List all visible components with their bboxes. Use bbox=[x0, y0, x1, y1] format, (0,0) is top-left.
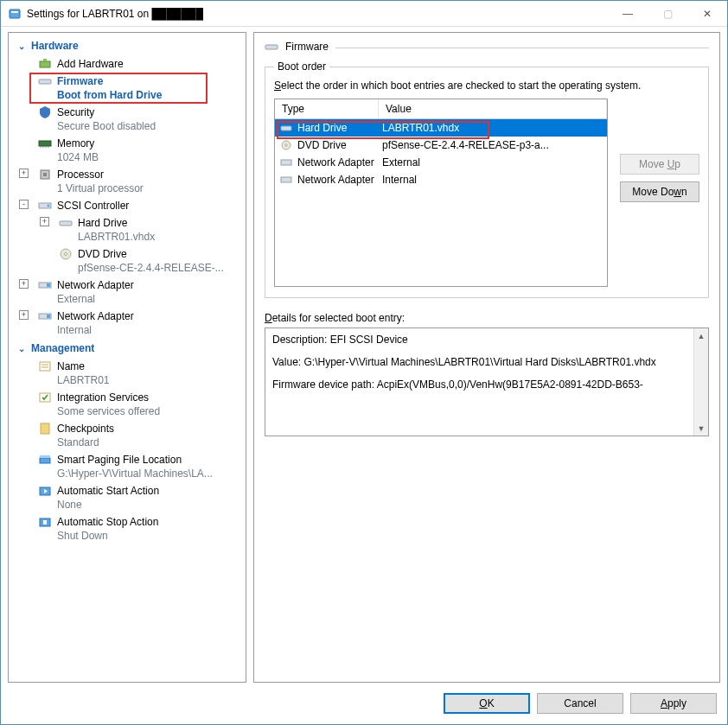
tree-item-smart-paging[interactable]: Smart Paging File Location G:\Hyper-V\Vi… bbox=[9, 451, 246, 482]
scroll-down-icon[interactable]: ▼ bbox=[694, 421, 708, 436]
boot-row-hard-drive[interactable]: Hard Drive LABRTR01.vhdx bbox=[275, 119, 607, 137]
tree-item-scsi-controller[interactable]: - SCSI Controller bbox=[9, 197, 246, 214]
details-label: Details for selected boot entry: bbox=[265, 312, 709, 324]
tree-item-sub: pfSense-CE-2.4.4-RELEASE-... bbox=[59, 261, 246, 275]
expand-icon[interactable]: + bbox=[40, 217, 49, 226]
boot-row-dvd-drive[interactable]: DVD Drive pfSense-CE-2.4.4-RELEASE-p3-a.… bbox=[275, 137, 607, 154]
settings-window: Settings for LABRTR01 on ███████ — ▢ ✕ ⌄… bbox=[0, 0, 728, 725]
tree-item-memory[interactable]: Memory 1024 MB bbox=[9, 135, 246, 166]
move-up-button: Move Up bbox=[620, 154, 699, 175]
section-management[interactable]: ⌄ Management bbox=[9, 339, 246, 358]
tree-item-network-adapter-internal[interactable]: + Network Adapter Internal bbox=[9, 308, 246, 339]
col-type[interactable]: Type bbox=[275, 99, 379, 118]
boot-row-network-external[interactable]: Network Adapter External bbox=[275, 154, 607, 171]
boot-order-group: Boot order Select the order in which boo… bbox=[265, 60, 709, 298]
svg-point-35 bbox=[285, 144, 287, 146]
svg-rect-3 bbox=[43, 59, 47, 61]
memory-icon bbox=[38, 137, 52, 150]
svg-rect-20 bbox=[47, 315, 50, 318]
tree-item-checkpoints[interactable]: Checkpoints Standard bbox=[9, 420, 246, 451]
window-title: Settings for LABRTR01 on ███████ bbox=[27, 8, 608, 20]
tree-item-firmware[interactable]: Firmware Boot from Hard Drive bbox=[9, 73, 246, 104]
network-adapter-icon bbox=[38, 309, 52, 323]
app-icon bbox=[8, 7, 22, 21]
chevron-down-icon: ⌄ bbox=[17, 344, 26, 353]
section-label: Management bbox=[31, 342, 94, 354]
navigation-tree[interactable]: ⌄ Hardware Add Hardware Firmware Boot fr… bbox=[8, 32, 246, 683]
svg-rect-2 bbox=[40, 61, 50, 67]
svg-rect-18 bbox=[47, 283, 50, 287]
svg-rect-26 bbox=[40, 458, 50, 463]
svg-rect-14 bbox=[60, 221, 72, 226]
svg-rect-27 bbox=[40, 455, 50, 458]
expand-icon[interactable]: + bbox=[19, 279, 29, 289]
content-split: ⌄ Hardware Add Hardware Firmware Boot fr… bbox=[1, 27, 727, 683]
boot-order-table[interactable]: Type Value Hard Drive LABRTR01.vhdx DVD … bbox=[274, 99, 608, 287]
boot-order-legend: Boot order bbox=[274, 60, 329, 73]
tree-item-processor[interactable]: + Processor 1 Virtual processor bbox=[9, 166, 246, 197]
tree-item-sub: 1 Virtual processor bbox=[38, 181, 246, 195]
boot-row-network-internal[interactable]: Network Adapter Internal bbox=[275, 171, 607, 188]
svg-point-13 bbox=[48, 205, 50, 207]
section-label: Hardware bbox=[31, 40, 79, 52]
tree-item-dvd-drive[interactable]: DVD Drive pfSense-CE-2.4.4-RELEASE-... bbox=[9, 245, 246, 277]
apply-button[interactable]: Apply bbox=[630, 693, 717, 714]
tree-item-auto-start[interactable]: Automatic Start Action None bbox=[9, 482, 246, 513]
controller-icon bbox=[38, 199, 52, 213]
details-panel: Firmware Boot order Select the order in … bbox=[253, 32, 720, 683]
collapse-icon[interactable]: - bbox=[19, 200, 29, 209]
tree-item-sub: LABRTR01.vhdx bbox=[59, 230, 246, 244]
tree-item-auto-stop[interactable]: Automatic Stop Action Shut Down bbox=[9, 513, 246, 544]
svg-rect-33 bbox=[281, 126, 291, 130]
expand-icon[interactable]: + bbox=[19, 169, 29, 178]
scroll-up-icon[interactable]: ▲ bbox=[694, 328, 708, 343]
dialog-buttons: OK Cancel Apply bbox=[1, 683, 727, 724]
tree-item-integration-services[interactable]: Integration Services Some services offer… bbox=[9, 389, 246, 420]
network-adapter-icon bbox=[278, 156, 294, 169]
move-buttons: Move Up Move Down bbox=[620, 154, 699, 202]
firmware-icon bbox=[265, 40, 278, 54]
window-controls: — ▢ ✕ bbox=[608, 1, 727, 26]
processor-icon bbox=[38, 168, 52, 181]
chevron-down-icon: ⌄ bbox=[17, 41, 26, 51]
svg-rect-21 bbox=[40, 362, 50, 371]
svg-point-16 bbox=[65, 253, 67, 256]
add-hardware-icon bbox=[38, 57, 52, 71]
tree-item-sub: Shut Down bbox=[38, 529, 246, 543]
titlebar: Settings for LABRTR01 on ███████ — ▢ ✕ bbox=[1, 1, 727, 27]
network-adapter-icon bbox=[38, 278, 52, 292]
svg-rect-1 bbox=[11, 11, 18, 13]
details-box: Description: EFI SCSI Device Value: G:\H… bbox=[265, 328, 709, 436]
svg-rect-11 bbox=[43, 173, 47, 176]
section-hardware[interactable]: ⌄ Hardware bbox=[9, 36, 246, 55]
scrollbar[interactable]: ▲ ▼ bbox=[693, 328, 708, 436]
svg-rect-0 bbox=[10, 10, 20, 18]
tree-item-hard-drive[interactable]: + Hard Drive LABRTR01.vhdx bbox=[9, 214, 246, 245]
hard-drive-icon bbox=[278, 122, 294, 134]
move-down-button[interactable]: Move Down bbox=[620, 181, 699, 202]
svg-rect-31 bbox=[43, 520, 47, 525]
tree-item-security[interactable]: Security Secure Boot disabled bbox=[9, 104, 246, 135]
table-header: Type Value bbox=[275, 99, 607, 119]
col-value[interactable]: Value bbox=[379, 99, 607, 118]
ok-button[interactable]: OK bbox=[444, 693, 530, 714]
shield-icon bbox=[38, 105, 52, 119]
tree-item-add-hardware[interactable]: Add Hardware bbox=[9, 55, 246, 73]
tree-item-sub: None bbox=[38, 498, 246, 512]
tree-item-sub: G:\Hyper-V\Virtual Machines\LA... bbox=[38, 467, 246, 480]
panel-title: Firmware bbox=[265, 40, 709, 54]
cancel-button[interactable]: Cancel bbox=[537, 693, 623, 714]
svg-rect-25 bbox=[41, 423, 49, 434]
svg-rect-4 bbox=[39, 79, 51, 84]
auto-stop-icon bbox=[38, 515, 52, 529]
minimize-button[interactable]: — bbox=[608, 1, 648, 26]
tree-item-sub: Boot from Hard Drive bbox=[38, 88, 246, 102]
svg-rect-36 bbox=[281, 160, 291, 165]
dvd-icon bbox=[278, 139, 294, 151]
details-firmware-path: Firmware device path: AcpiEx(VMBus,0,0)/… bbox=[272, 378, 683, 391]
expand-icon[interactable]: + bbox=[19, 310, 29, 320]
tree-item-network-adapter-external[interactable]: + Network Adapter External bbox=[9, 277, 246, 308]
close-button[interactable]: ✕ bbox=[687, 1, 727, 26]
tree-item-sub: Internal bbox=[38, 323, 246, 337]
tree-item-name[interactable]: Name LABRTR01 bbox=[9, 358, 246, 389]
